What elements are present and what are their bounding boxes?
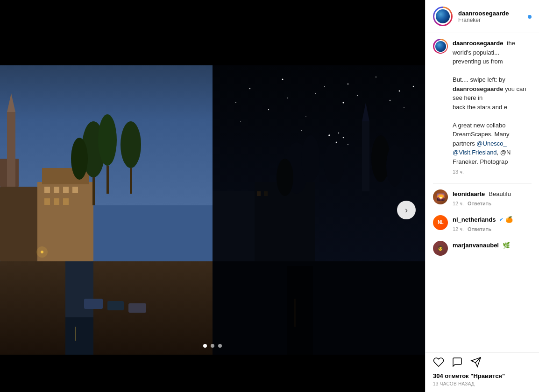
comment-body-leonida: leonidaarte Beautifu 12 ч. Ответить	[453, 189, 532, 208]
comment-text-leonida: Beautifu	[489, 189, 511, 199]
svg-rect-6	[7, 112, 15, 187]
main-comment-text: the world's populati... preventing us fr…	[453, 40, 526, 165]
comment-username-nl[interactable]: nl_netherlands	[453, 215, 496, 224]
svg-point-49	[301, 130, 302, 131]
avatar-nl-netherlands[interactable]: NL	[433, 215, 448, 230]
svg-rect-24	[84, 299, 103, 309]
online-indicator	[526, 12, 532, 21]
nav-dot-2[interactable]	[211, 344, 214, 348]
comment-nl-netherlands: NL nl_netherlands ✔ 🍊 12 ч. Ответить	[433, 211, 532, 237]
svg-rect-26	[128, 303, 146, 313]
svg-point-36	[376, 77, 376, 77]
image-top-bar	[0, 0, 425, 65]
svg-point-50	[404, 107, 404, 108]
svg-rect-69	[264, 191, 268, 196]
svg-rect-56	[213, 261, 425, 355]
svg-rect-2	[0, 261, 213, 355]
svg-point-19	[71, 138, 88, 180]
main-comment-body: daanroosegaarde the world's populati... …	[453, 39, 532, 176]
header-location: Franeker	[458, 17, 509, 23]
svg-rect-68	[257, 191, 261, 196]
comment-time-nl: 12 ч.	[453, 225, 464, 233]
svg-rect-13	[72, 187, 78, 193]
svg-point-47	[357, 95, 358, 96]
svg-point-44	[413, 86, 414, 87]
svg-rect-15	[54, 198, 59, 205]
svg-point-20	[121, 121, 141, 168]
svg-rect-30	[75, 327, 76, 341]
avatar-marjanvanaubel[interactable]: 👩	[433, 241, 448, 256]
svg-rect-12	[63, 187, 69, 193]
svg-rect-10	[44, 187, 50, 193]
online-dot	[528, 15, 532, 19]
svg-rect-71	[294, 299, 296, 327]
svg-point-43	[390, 100, 390, 101]
comment-time-leonida: 12 ч.	[453, 200, 464, 208]
like-button[interactable]	[433, 357, 444, 368]
svg-point-32	[249, 88, 250, 89]
svg-rect-21	[92, 177, 95, 205]
comment-meta-marjan: marjanvanaubel 🌿	[453, 241, 532, 250]
comment-meta-leonida: leonidaarte Beautifu	[453, 189, 532, 199]
svg-point-18	[98, 114, 117, 166]
svg-point-45	[287, 98, 288, 98]
svg-point-48	[240, 121, 241, 122]
main-comment-avatar[interactable]	[433, 39, 448, 54]
svg-point-54	[338, 133, 339, 133]
day-side	[0, 65, 213, 355]
comment-body-marjan: marjanvanaubel 🌿	[453, 241, 532, 250]
next-arrow-button[interactable]: ›	[397, 201, 416, 219]
svg-rect-22	[106, 166, 109, 194]
svg-rect-23	[130, 168, 132, 194]
svg-point-35	[348, 84, 349, 85]
comment-meta-nl: nl_netherlands ✔ 🍊	[453, 215, 532, 224]
header-avatar-globe	[436, 9, 450, 23]
avatar-leonidaarte[interactable]: 🌄	[433, 189, 448, 204]
svg-point-62	[301, 135, 320, 182]
comment-username-leonida[interactable]: leonidaarte	[453, 189, 485, 199]
comment-body-nl: nl_netherlands ✔ 🍊 12 ч. Ответить	[453, 215, 532, 233]
svg-point-64	[324, 142, 344, 184]
svg-point-39	[268, 109, 269, 110]
emoji-nl: 🍊	[505, 215, 513, 224]
sidebar: daanroosegaarde Franeker daanroosegaarde…	[425, 0, 539, 392]
image-bottom-bar	[0, 355, 425, 392]
comment-username-marjan[interactable]: marjanvanaubel	[453, 241, 499, 250]
header-username[interactable]: daanroosegaarde	[458, 10, 509, 17]
main-post-comment: daanroosegaarde the world's populati... …	[433, 39, 532, 176]
verified-badge-nl: ✔	[499, 216, 504, 224]
header-avatar	[433, 7, 453, 26]
nav-dot-1[interactable]	[203, 344, 207, 348]
svg-rect-11	[54, 187, 59, 193]
nav-dots	[203, 344, 222, 348]
share-button[interactable]	[470, 357, 482, 368]
likes-count: 304 отметок "Нравится"	[426, 371, 539, 380]
avatar-marjan-inner: 👩	[433, 241, 448, 256]
svg-point-41	[343, 102, 344, 104]
svg-rect-16	[63, 198, 69, 205]
comment-button[interactable]	[452, 357, 463, 368]
header-more-button[interactable]	[526, 12, 532, 21]
reply-button-leonida[interactable]: Ответить	[468, 201, 491, 206]
svg-rect-70	[287, 294, 313, 355]
avatar-leonida-inner: 🌄	[433, 189, 448, 204]
svg-rect-14	[44, 198, 50, 205]
nav-dot-3[interactable]	[218, 344, 222, 348]
comments-area[interactable]: daanroosegaarde the world's populati... …	[426, 33, 539, 352]
reply-button-nl[interactable]: Ответить	[468, 226, 491, 232]
svg-rect-25	[107, 301, 124, 310]
svg-point-53	[343, 137, 344, 139]
svg-point-37	[399, 91, 400, 92]
emoji-marjan: 🌿	[503, 241, 510, 250]
comment-leonidaarte: 🌄 leonidaarte Beautifu 12 ч. Ответить	[433, 186, 532, 211]
avatar-nl-inner: NL	[433, 215, 448, 230]
svg-point-33	[282, 79, 284, 80]
svg-point-38	[235, 102, 236, 103]
svg-point-66	[386, 145, 403, 187]
post-timestamp: 13 ЧАСОВ НАЗАД	[426, 380, 539, 392]
comment-marjanvanaubel: 👩 marjanvanaubel 🌿	[433, 237, 532, 259]
main-comment-username[interactable]: daanroosegaarde	[453, 40, 503, 47]
separator-1	[433, 183, 532, 184]
svg-rect-4	[0, 187, 37, 261]
header-user-info: daanroosegaarde Franeker	[458, 10, 509, 23]
